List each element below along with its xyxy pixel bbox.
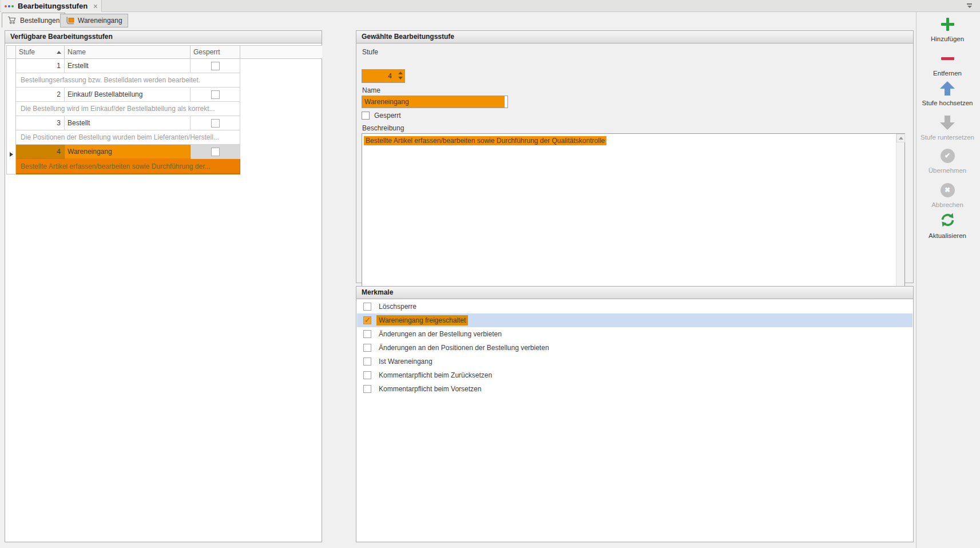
merkmal-item[interactable]: Kommentarpflicht beim Zurücksetzen <box>357 368 912 382</box>
cart-icon <box>7 16 17 25</box>
panel-title: Verfügbare Bearbeitungsstufen <box>5 31 322 43</box>
table-row[interactable]: 2 Einkauf/ Bestellabteilung <box>16 88 322 102</box>
merkmal-item[interactable]: Änderungen an der Bestellung verbieten <box>357 327 912 341</box>
merkmale-panel: Merkmale Löschsperre Wareneingang freige… <box>356 286 914 542</box>
handtruck-icon <box>66 17 74 25</box>
column-header-name[interactable]: Name <box>65 45 191 59</box>
tab-label: Bestellungen <box>20 17 59 25</box>
table-row-description[interactable]: Die Bestellung wird im Einkauf/der Beste… <box>16 102 322 116</box>
table-row-description[interactable]: Die Positionen der Bestellung wurden bei… <box>16 130 322 145</box>
table-row-selected[interactable]: 4 Wareneingang <box>16 145 322 159</box>
merkmal-item[interactable]: Ist Wareneingang <box>357 355 912 368</box>
name-field[interactable]: Wareneingang <box>362 96 508 108</box>
table-row-description[interactable]: Bestellungserfassung bzw. Bestelldaten w… <box>16 73 322 88</box>
beschreibung-label: Beschreibung <box>362 124 404 132</box>
table-header-row: Stufe Name Gesperrt <box>6 45 322 59</box>
available-stages-panel: Verfügbare Bearbeitungsstufen Stufe Name… <box>5 30 322 542</box>
minus-icon <box>941 57 954 60</box>
plus-icon <box>941 18 954 31</box>
column-header-gesperrt[interactable]: Gesperrt <box>191 45 240 59</box>
refresh-icon <box>940 212 955 230</box>
table-row[interactable]: 1 Erstellt <box>16 59 322 73</box>
refresh-button[interactable]: Aktualisieren <box>915 213 980 239</box>
move-stage-down-button[interactable]: Stufe runtersetzen <box>915 114 980 141</box>
sort-ascending-icon <box>57 51 61 54</box>
close-icon[interactable]: × <box>93 2 98 10</box>
arrow-down-icon <box>940 116 955 130</box>
gesperrt-checkbox[interactable] <box>211 62 220 70</box>
merkmal-item[interactable]: Löschsperre <box>357 300 912 313</box>
gesperrt-checkbox[interactable] <box>211 148 220 156</box>
stages-table: Stufe Name Gesperrt 1 Erstellt <box>6 45 322 174</box>
tab-label: Wareneingang <box>78 17 122 25</box>
table-row[interactable]: 3 Bestellt <box>16 116 322 130</box>
remove-button[interactable]: Entfernen <box>915 50 980 77</box>
merkmale-list: Löschsperre Wareneingang freigeschaltet … <box>357 300 912 396</box>
gesperrt-field-checkbox[interactable] <box>362 112 370 120</box>
merkmal-checkbox[interactable] <box>363 385 371 393</box>
stufe-spinner[interactable]: 4 <box>362 69 405 83</box>
stufe-label: Stufe <box>362 48 378 56</box>
stages-icon <box>5 5 14 7</box>
arrow-up-icon <box>940 81 955 96</box>
cancel-button[interactable]: ✖ Abbrechen <box>915 182 980 208</box>
add-button[interactable]: Hinzufügen <box>915 16 980 42</box>
check-circle-icon: ✔ <box>941 149 955 163</box>
gesperrt-field-label: Gesperrt <box>374 112 401 120</box>
tab-bearbeitungsstufen[interactable]: Bearbeitungsstufen × <box>1 0 102 12</box>
application-window: Bearbeitungsstufen × Bestellungen Warene… <box>0 0 980 548</box>
row-indicator-gutter <box>6 59 16 174</box>
tab-list-dropdown-icon[interactable] <box>967 3 973 9</box>
indicator-column-header <box>6 45 16 59</box>
panel-title: Gewählte Bearbeitungsstufe <box>356 31 913 43</box>
beschreibung-selected-text: Bestellte Artikel erfassen/bearbeiten so… <box>364 136 606 145</box>
merkmal-checkbox[interactable] <box>363 344 371 352</box>
cross-circle-icon: ✖ <box>941 183 955 197</box>
beschreibung-textarea[interactable]: Bestellte Artikel erfassen/bearbeiten so… <box>362 133 905 295</box>
merkmal-checkbox[interactable] <box>363 371 371 379</box>
textarea-scrollbar[interactable] <box>896 134 904 295</box>
column-header-empty <box>240 45 322 59</box>
document-tab-title: Bearbeitungsstufen <box>18 2 90 10</box>
gesperrt-field-row: Gesperrt <box>362 112 401 120</box>
document-tab-bar: Bearbeitungsstufen × <box>0 0 980 12</box>
name-label: Name <box>362 86 380 94</box>
merkmal-item[interactable]: Kommentarpflicht beim Vorsetzen <box>357 382 912 396</box>
gesperrt-checkbox[interactable] <box>211 90 220 99</box>
panel-title: Merkmale <box>356 287 913 299</box>
scroll-up-icon[interactable] <box>896 134 905 142</box>
move-stage-up-button[interactable]: Stufe hochsetzen <box>915 80 980 106</box>
column-header-stufe[interactable]: Stufe <box>16 45 65 59</box>
apply-button[interactable]: ✔ Übernehmen <box>915 148 980 174</box>
merkmal-item-selected[interactable]: Wareneingang freigeschaltet <box>357 313 912 327</box>
merkmal-checkbox-checked[interactable] <box>363 316 371 324</box>
table-row-description-selected[interactable]: Bestellte Artikel erfassen/bearbeiten so… <box>16 159 322 174</box>
merkmal-item[interactable]: Änderungen an den Positionen der Bestell… <box>357 341 912 355</box>
merkmal-checkbox[interactable] <box>363 330 371 338</box>
selected-stage-panel: Gewählte Bearbeitungsstufe Stufe 4 Name … <box>356 30 914 283</box>
tab-wareneingang[interactable]: Wareneingang <box>60 14 128 27</box>
current-row-indicator-icon <box>10 152 13 157</box>
spinner-arrows-icon[interactable] <box>398 72 403 80</box>
tab-bestellungen[interactable]: Bestellungen <box>2 13 65 27</box>
merkmal-checkbox[interactable] <box>363 303 371 311</box>
gesperrt-checkbox[interactable] <box>211 119 220 128</box>
merkmal-checkbox[interactable] <box>363 358 371 366</box>
